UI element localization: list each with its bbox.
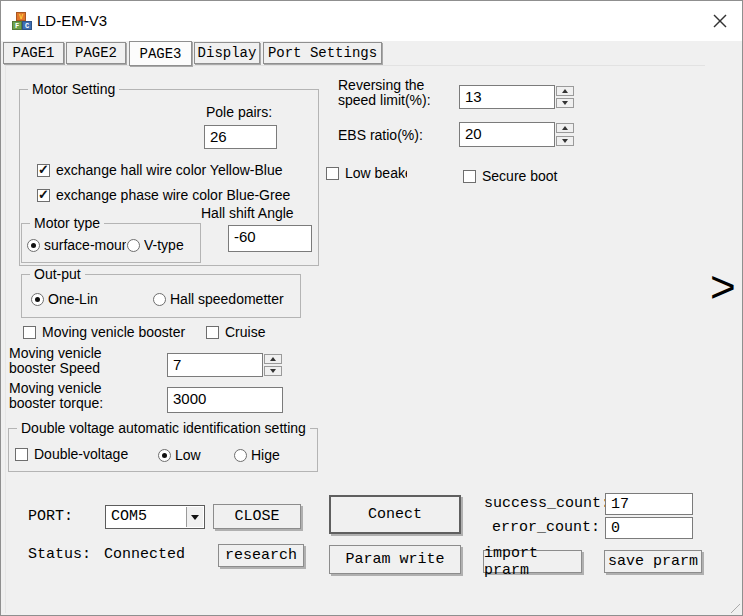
error-count-input[interactable]: 0: [605, 517, 693, 539]
exchange-phase-checkbox[interactable]: [37, 189, 50, 202]
moving-booster-label: Moving venicle booster: [42, 324, 202, 340]
spin-down-icon: [562, 101, 568, 105]
output-one-line-label: One-Lin: [48, 291, 118, 307]
error-count-label: error_count:: [492, 519, 600, 536]
voltage-low-label: Low: [175, 447, 215, 463]
output-one-line-radio[interactable]: [31, 293, 44, 306]
pole-pairs-input[interactable]: 26: [204, 125, 277, 149]
success-count-label: success_count:: [484, 495, 610, 512]
title-bar: V F C LD-EM-V3: [1, 1, 742, 41]
motor-type-vtype-radio[interactable]: [127, 239, 140, 252]
output-hall-speedometer-label: Hall speedometter: [170, 291, 298, 307]
spin-down-icon: [562, 139, 568, 143]
window-title: LD-EM-V3: [37, 12, 107, 29]
voltage-hige-label: Hige: [251, 447, 296, 463]
ebs-spin-up-button[interactable]: [556, 123, 574, 133]
app-window: V F C LD-EM-V3 PAGE1 PAGE2 PAGE3 Display…: [0, 0, 743, 616]
booster-torque-input[interactable]: 3000: [167, 387, 283, 413]
ebs-ratio-spinner: 20: [459, 122, 574, 147]
booster-speed-label: Moving venicle booster Speed: [9, 346, 121, 376]
cruise-checkbox[interactable]: [206, 326, 219, 339]
moving-booster-checkbox[interactable]: [23, 326, 36, 339]
port-combobox-value: COM5: [111, 508, 147, 525]
exchange-hall-label: exchange hall wire color Yellow-Blue: [56, 162, 318, 178]
expand-panel-button[interactable]: >: [710, 265, 736, 309]
status-label: Status:: [28, 546, 91, 563]
spin-up-icon: [270, 357, 276, 361]
research-button[interactable]: research: [218, 544, 304, 567]
voltage-low-radio[interactable]: [158, 449, 171, 462]
port-combobox[interactable]: COM5: [105, 505, 205, 529]
app-icon-block-c: C: [22, 21, 32, 30]
hall-shift-angle-label: Hall shift Angle: [201, 205, 294, 221]
reversing-speed-spin-down-button[interactable]: [556, 98, 574, 108]
low-beaker-checkbox[interactable]: [326, 167, 339, 180]
ebs-ratio-input[interactable]: 20: [459, 122, 555, 147]
motor-type-vtype-label: V-type: [144, 237, 199, 253]
app-icon-block-f: F: [12, 21, 22, 30]
motor-type-surface-label: surface-moun: [44, 237, 126, 253]
ebs-ratio-label: EBS ratio(%):: [338, 127, 423, 143]
reversing-speed-spinner: 13: [459, 85, 574, 109]
close-port-button[interactable]: CLOSE: [213, 504, 301, 529]
reversing-speed-spin-up-button[interactable]: [556, 86, 574, 96]
output-hall-speedometer-radio[interactable]: [153, 293, 166, 306]
spin-up-icon: [562, 89, 568, 93]
hall-shift-angle-input[interactable]: -60: [228, 225, 312, 252]
group-motor-setting-caption: Motor Setting: [28, 81, 119, 97]
booster-speed-spin-down-button[interactable]: [264, 366, 282, 376]
spin-up-icon: [562, 126, 568, 130]
group-output-caption: Out-put: [30, 266, 85, 282]
double-voltage-label: Double-voltage: [34, 446, 144, 462]
port-combobox-dropdown-button[interactable]: [186, 507, 203, 527]
connect-button[interactable]: Conect: [329, 495, 461, 534]
booster-speed-spinner: 7: [167, 353, 282, 377]
booster-speed-spin-up-button[interactable]: [264, 354, 282, 364]
cruise-label: Cruise: [225, 324, 285, 340]
param-write-button[interactable]: Param write: [329, 545, 461, 574]
tab-page3[interactable]: PAGE3: [129, 41, 192, 66]
resize-grip[interactable]: [731, 604, 740, 613]
exchange-phase-label: exchange phase wire color Blue-Gree: [56, 187, 318, 203]
pole-pairs-label: Pole pairs:: [206, 104, 272, 120]
voltage-hige-radio[interactable]: [234, 449, 247, 462]
low-beaker-label: Low beake: [345, 165, 407, 181]
booster-speed-input[interactable]: 7: [167, 353, 263, 377]
group-motor-type-caption: Motor type: [30, 215, 104, 231]
ebs-spin-down-button[interactable]: [556, 136, 574, 146]
reversing-speed-input[interactable]: 13: [459, 85, 555, 109]
secure-boot-checkbox[interactable]: [463, 170, 476, 183]
double-voltage-checkbox[interactable]: [15, 448, 28, 461]
port-label: PORT:: [28, 508, 73, 525]
exchange-hall-checkbox[interactable]: [37, 164, 50, 177]
spin-down-icon: [270, 369, 276, 373]
tab-page2[interactable]: PAGE2: [66, 42, 126, 64]
close-button[interactable]: [704, 8, 736, 34]
motor-type-surface-radio[interactable]: [27, 239, 40, 252]
group-double-voltage-caption: Double voltage automatic identification …: [17, 420, 310, 436]
tab-page1[interactable]: PAGE1: [3, 42, 64, 64]
close-icon: [713, 14, 727, 28]
app-icon-block-v: V: [16, 12, 26, 21]
reversing-speed-label: Reversing the speed limit(%):: [338, 78, 456, 108]
tab-display[interactable]: Display: [194, 42, 260, 64]
success-count-input[interactable]: 17: [605, 493, 693, 515]
app-icon: V F C: [12, 12, 32, 31]
status-value: Connected: [104, 546, 185, 563]
chevron-down-icon: [191, 515, 199, 520]
tab-port-settings[interactable]: Port Settings: [263, 42, 382, 64]
save-param-button[interactable]: save prarm: [604, 550, 702, 573]
booster-torque-label: Moving venicle booster torque:: [9, 381, 129, 411]
secure-boot-label: Secure boot: [482, 168, 572, 184]
import-param-button[interactable]: import prarm: [483, 550, 582, 573]
